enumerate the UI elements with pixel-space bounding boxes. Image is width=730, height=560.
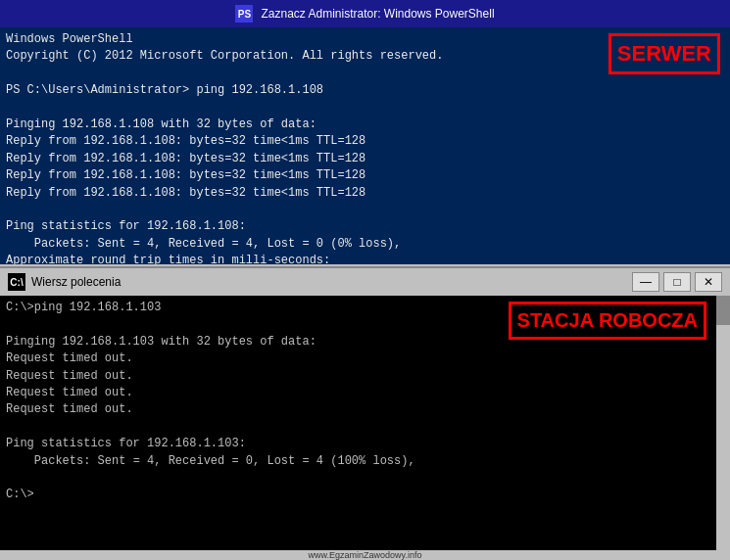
footer-text: www.EgzaminZawodowy.info [309, 550, 422, 560]
minimize-button[interactable]: — [632, 272, 659, 292]
scrollbar-thumb[interactable] [716, 296, 730, 325]
cmd-icon: C:\ [8, 273, 25, 291]
cmd-controls: — □ ✕ [632, 272, 722, 292]
powershell-window: PS Zaznacz Administrator: Windows PowerS… [0, 0, 730, 264]
cmd-titlebar: C:\ Wiersz polecenia — □ ✕ [0, 268, 730, 296]
ps-title: Zaznacz Administrator: Windows PowerShel… [261, 7, 494, 21]
maximize-button[interactable]: □ [663, 272, 691, 292]
close-button[interactable]: ✕ [695, 272, 722, 292]
cmd-titlebar-left: C:\ Wiersz polecenia [8, 273, 121, 291]
cmd-title: Wiersz polecenia [31, 275, 121, 289]
scrollbar[interactable] [716, 296, 730, 550]
ps-content: SERWER Windows PowerShell Copyright (C) … [0, 27, 730, 264]
footer: www.EgzaminZawodowy.info [0, 550, 730, 560]
ps-icon: PS [235, 5, 253, 23]
serwer-badge: SERWER [608, 33, 720, 74]
cmd-content: STACJA ROBOCZA C:\>ping 192.168.1.103 Pi… [0, 296, 730, 550]
stacja-badge: STACJA ROBOCZA [509, 302, 706, 340]
ps-titlebar: PS Zaznacz Administrator: Windows PowerS… [0, 0, 730, 27]
cmd-window: C:\ Wiersz polecenia — □ ✕ STACJA ROBOCZ… [0, 266, 730, 550]
